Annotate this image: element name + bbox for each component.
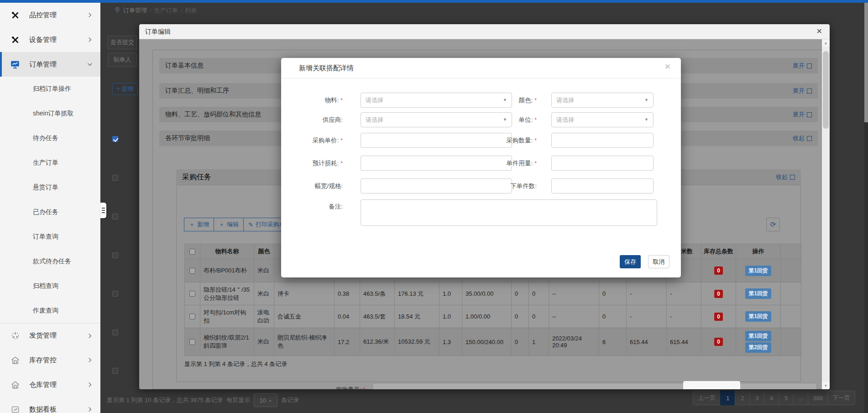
scrollbar-thumb[interactable]	[864, 3, 868, 122]
sidebar-subitem-悬赏订单[interactable]: 悬赏订单	[0, 175, 100, 200]
breadcrumb-item[interactable]: 列表	[185, 6, 197, 15]
section-toggle[interactable]: 展开	[793, 62, 812, 70]
cancel-button[interactable]: 取消	[648, 255, 669, 268]
row-checkbox[interactable]	[112, 175, 118, 181]
section-toggle[interactable]: 收起	[793, 134, 812, 142]
sidebar-item-仓库管理[interactable]: 仓库管理	[0, 372, 100, 397]
table-cell: 615.44	[627, 328, 667, 356]
table-row: 对勾扣/1cm对钩扣滚电白叻合诚五金0.04463.5/套18.54 元1.01…	[185, 305, 801, 328]
field-select-单位:[interactable]: 请选择▼	[551, 112, 654, 127]
close-icon[interactable]: ✕	[816, 27, 822, 36]
row-checkbox[interactable]	[189, 314, 195, 319]
sidebar-subitem-归档查询[interactable]: 归档查询	[0, 274, 100, 298]
row-checkbox[interactable]	[189, 268, 195, 274]
plus-icon: ＋	[219, 220, 225, 229]
return-batch-button[interactable]: 第1回货	[745, 311, 771, 322]
pagination-prev[interactable]: 上一页	[693, 391, 721, 405]
section-toggle[interactable]: 展开	[793, 110, 812, 119]
sidebar-item-订单管理[interactable]: 订单管理	[0, 52, 100, 77]
column-header	[781, 244, 801, 259]
table-cell: 朗贝尼纺织-梭织净色	[274, 328, 335, 356]
row-checkbox[interactable]	[112, 291, 118, 297]
field-input-单件用量:[interactable]	[551, 156, 654, 171]
filler-cell	[781, 328, 801, 356]
sidebar-subitem-款式待办任务[interactable]: 款式待办任务	[0, 249, 100, 274]
modal-scrollbar-thumb[interactable]	[823, 51, 829, 129]
actions-cell: 第1回货	[736, 305, 781, 328]
pagination-page-5[interactable]: 5	[779, 391, 794, 405]
return-batch-button[interactable]: 第1回货	[745, 331, 771, 341]
scroll-down-icon[interactable]: ▼	[822, 382, 830, 389]
row-checkbox-checked[interactable]	[112, 136, 118, 142]
table-row: 隐形拉链/14＂/35公分隐形拉链米白博卡0.38463.5/条176.13 元…	[185, 282, 801, 305]
row-checkbox[interactable]	[112, 252, 118, 258]
modal-scrollbar[interactable]: ▲ ▼	[822, 39, 830, 389]
return-batch-button[interactable]: 第1回货	[745, 266, 771, 276]
sidebar-subitem-归档订单操作[interactable]: 归档订单操作	[0, 77, 100, 101]
table-cell: 0	[512, 305, 529, 328]
field-select-颜色:[interactable]: 请选择▼	[551, 93, 654, 108]
sidebar-item-发货管理[interactable]: 发货管理	[0, 323, 100, 348]
sidebar-subitem-待办任务[interactable]: 待办任务	[0, 126, 100, 151]
pagination-page-2[interactable]: 2	[735, 391, 750, 405]
sidebar-item-设备管理[interactable]: 设备管理	[0, 27, 100, 52]
编辑-button[interactable]: ＋编辑	[214, 218, 244, 231]
新增-button[interactable]: ＋新增	[184, 218, 214, 231]
field-textarea-备注:[interactable]	[361, 199, 657, 226]
toggle-label: 收起	[793, 134, 805, 142]
breadcrumb-root[interactable]: 订单管理	[123, 6, 147, 15]
approval-comment-input[interactable]	[372, 383, 817, 389]
collapse-box-icon	[790, 175, 795, 180]
table-cell: 博卡	[274, 282, 335, 305]
sidebar-subitem-生产订单[interactable]: 生产订单	[0, 151, 100, 175]
row-checkbox[interactable]	[189, 291, 195, 297]
pagination-next[interactable]: 下一页	[827, 391, 855, 405]
filter-submit-label: 是否提交	[108, 36, 137, 49]
sidebar-collapse-handle[interactable]	[100, 203, 106, 218]
close-icon[interactable]: ✕	[664, 62, 671, 72]
scroll-up-icon[interactable]: ▲	[822, 39, 830, 47]
sidebar-item-库存管控[interactable]: 库存管控	[0, 348, 100, 372]
sidebar-nav: 品控管理设备管理订单管理归档订单操作shein订单抓取待办任务生产订单悬赏订单已…	[0, 3, 100, 413]
table-cell: -	[627, 305, 667, 328]
page-size-dropdown[interactable]: 10 ▲	[254, 393, 277, 407]
pagination-page-4[interactable]: 4	[764, 391, 779, 405]
actions-cell: 第1回货第2回货	[736, 328, 781, 356]
dashboard-icon	[10, 404, 20, 413]
toolbar-button-label: 新增	[197, 220, 209, 229]
breadcrumb-separator: /	[181, 7, 183, 14]
field-input-采购数量:[interactable]	[551, 133, 654, 148]
field-label-text: 采购数量:	[507, 137, 533, 144]
purchase-task-collapse-toggle[interactable]: 收起	[776, 173, 795, 181]
sidebar-subitem-已办任务[interactable]: 已办任务	[0, 200, 100, 225]
page-add-button[interactable]: + 新增	[112, 83, 138, 95]
row-checkbox[interactable]	[112, 368, 118, 374]
add-match-detail-modal: 新增关联搭配详情 ✕ 物料:*请选择▼颜色:*请选择▼供应商:请选择▼单位:*请…	[281, 58, 681, 277]
save-button[interactable]: 保存	[620, 255, 641, 268]
refresh-button[interactable]: ⟳	[766, 218, 780, 231]
return-batch-button[interactable]: 第2回货	[745, 342, 771, 353]
select-all-checkbox[interactable]	[189, 249, 195, 255]
row-checkbox[interactable]	[112, 214, 118, 220]
row-select-cell	[185, 259, 200, 282]
pagination-page-388[interactable]: 388	[808, 391, 828, 405]
browser-scrollbar[interactable]	[864, 3, 868, 413]
breadcrumb-item[interactable]: 生产订单	[154, 6, 178, 15]
section-toggle[interactable]: 展开	[793, 87, 812, 95]
sidebar-subitem-订单查询[interactable]: 订单查询	[0, 225, 100, 249]
row-checkbox[interactable]	[112, 329, 118, 335]
sidebar-item-品控管理[interactable]: 品控管理	[0, 3, 100, 27]
filler-cell	[781, 259, 801, 282]
row-checkbox[interactable]	[189, 339, 195, 345]
pagination-page-...[interactable]: ...	[793, 391, 808, 405]
return-batch-button[interactable]: 第1回货	[745, 288, 771, 299]
sidebar-subitem-作废查询[interactable]: 作废查询	[0, 298, 100, 323]
table-cell: 463.5/套	[360, 305, 395, 328]
field-label-单位:: 单位:*	[477, 112, 537, 128]
required-star: *	[534, 97, 537, 104]
field-input-下单件数:[interactable]	[551, 178, 654, 193]
sidebar-item-数据看板[interactable]: 数据看板	[0, 397, 100, 413]
pagination-page-3[interactable]: 3	[749, 391, 764, 405]
pagination-page-1[interactable]: 1	[720, 391, 735, 405]
sidebar-subitem-shein订单抓取[interactable]: shein订单抓取	[0, 101, 100, 126]
